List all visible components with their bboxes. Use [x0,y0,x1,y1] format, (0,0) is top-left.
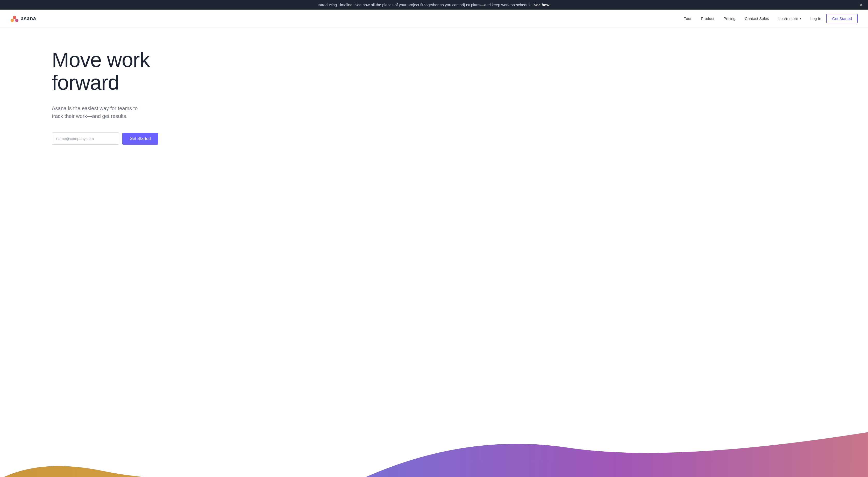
asana-logo-icon [10,14,19,23]
nav-link-learn-more[interactable]: Learn more ▾ [774,14,805,23]
logo-text: asana [21,16,36,22]
svg-point-2 [15,19,19,22]
nav-links: Tour Product Pricing Contact Sales Learn… [680,14,858,23]
see-how-link[interactable]: See how. [534,3,550,7]
nav-link-contact-sales[interactable]: Contact Sales [741,14,773,23]
nav-link-product[interactable]: Product [697,14,718,23]
hero-wave-decoration [0,411,868,477]
svg-point-0 [13,16,16,19]
hero-cta: Get Started [52,132,181,145]
svg-point-1 [11,19,14,22]
announcement-text: Introducing Timeline. See how all the pi… [318,3,533,7]
nav-link-login[interactable]: Log In [806,14,826,23]
hero-title: Move work forward [52,49,181,94]
nav-get-started-button[interactable]: Get Started [826,14,858,23]
hero-subtitle: Asana is the easiest way for teams totra… [52,105,181,120]
hero-content: Move work forward Asana is the easiest w… [0,49,181,145]
announcement-close-button[interactable]: × [860,2,863,7]
learn-more-chevron-icon: ▾ [800,17,801,20]
announcement-bar: Introducing Timeline. See how all the pi… [0,0,868,9]
nav-link-tour[interactable]: Tour [680,14,696,23]
hero-section: Move work forward Asana is the easiest w… [0,28,868,477]
main-nav: asana Tour Product Pricing Contact Sales… [0,9,868,28]
nav-link-pricing[interactable]: Pricing [719,14,740,23]
email-input[interactable] [52,132,119,145]
hero-get-started-button[interactable]: Get Started [122,133,158,145]
logo-link[interactable]: asana [10,14,36,23]
